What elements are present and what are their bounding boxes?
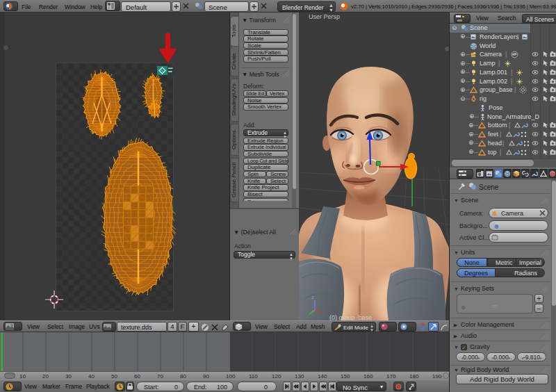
svg-text:(0) group_base: (0) group_base <box>329 314 372 320</box>
svg-text:User Persp: User Persp <box>309 13 340 20</box>
svg-text:z: z <box>311 294 314 300</box>
